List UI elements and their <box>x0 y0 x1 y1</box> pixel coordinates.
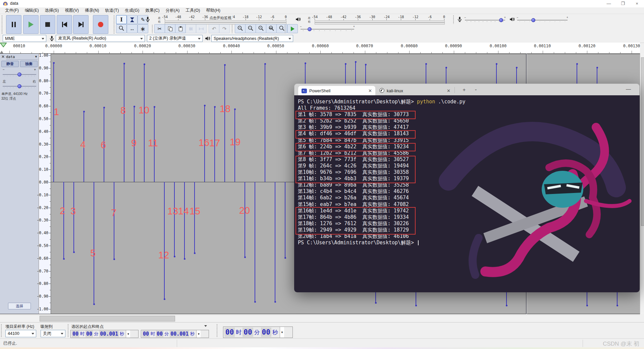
undo-button[interactable]: ↶ <box>209 24 219 33</box>
selection-end-field[interactable]: 00时 00分 00.001秒 ▼ <box>141 330 209 338</box>
horizontal-scrollbar-thumb[interactable] <box>40 316 175 321</box>
menu-item[interactable]: 生成(G) <box>122 8 142 13</box>
menu-item[interactable]: 工具(O) <box>182 8 203 13</box>
svg-text:▪: ▪ <box>260 26 261 29</box>
multi-tool-button[interactable]: ∗ <box>138 24 148 33</box>
toolbar-grip[interactable] <box>284 24 286 33</box>
menu-item[interactable]: 选择(S) <box>42 8 62 13</box>
play-button[interactable] <box>23 15 39 34</box>
menu-item[interactable]: 轨道(T) <box>102 8 122 13</box>
tab-powershell[interactable]: >_ PowerShell ✕ <box>298 86 375 96</box>
spinner-icon[interactable]: ▼ <box>196 330 201 338</box>
output-device-select[interactable]: Speakers/Headphones (Realtek(R) <box>211 35 293 42</box>
menu-item[interactable]: 视图(V) <box>62 8 82 13</box>
zoom-tool-button[interactable] <box>116 24 127 33</box>
menu-item[interactable]: 文件(F) <box>2 8 22 13</box>
skip-to-start-button[interactable] <box>57 15 72 34</box>
input-channels-select[interactable]: 2 (立体声) 录制声道 <box>147 35 203 42</box>
new-tab-button[interactable]: ＋ <box>462 87 467 93</box>
selection-tool-button[interactable]: I <box>116 15 127 24</box>
horizontal-scrollbar[interactable] <box>0 315 640 322</box>
silence-audio-button[interactable] <box>196 24 207 33</box>
timeline-ruler[interactable]: 000100.000000.000100.000200.000300.00040… <box>0 43 640 54</box>
slider-thumb[interactable] <box>17 84 21 88</box>
stop-button[interactable] <box>40 15 55 34</box>
fit-project-button[interactable]: ▬ <box>266 24 277 33</box>
slider-thumb[interactable] <box>17 72 21 77</box>
playback-volume-slider[interactable]: −+ <box>517 18 568 22</box>
audio-host-select[interactable]: MME <box>3 35 46 42</box>
spinner-icon[interactable]: ▼ <box>126 330 130 338</box>
toolbar-grip[interactable] <box>113 15 115 34</box>
gain-slider[interactable] <box>3 72 36 77</box>
input-device-select[interactable]: 麦克风 (Realtek(R) Audio) <box>56 35 145 42</box>
track-close-icon[interactable]: ✕ <box>1 54 5 59</box>
tab-dropdown-icon[interactable]: ⌄ <box>474 87 477 91</box>
cut-button[interactable]: ✂ <box>154 24 165 33</box>
slider-thumb[interactable] <box>499 18 503 22</box>
tab-kali-linux[interactable]: kali-linux ✕ <box>376 86 454 96</box>
meter-monitor-overlay[interactable]: 点击开始监视 <box>208 15 232 20</box>
ruler-label: 0.80 <box>39 79 48 83</box>
redo-button[interactable]: ↷ <box>219 24 230 33</box>
pan-slider[interactable] <box>3 84 36 89</box>
play-position-marker <box>0 49 640 54</box>
record-button[interactable] <box>93 15 108 34</box>
maximize-button[interactable]: ❐ <box>616 0 630 7</box>
spinner-icon[interactable]: ▼ <box>280 327 284 338</box>
menu-item[interactable]: 分析(A) <box>163 8 183 13</box>
selection-range-type-dropdown[interactable]: 选区的起点和终点 <box>71 324 208 329</box>
zoom-out-button[interactable]: − <box>245 24 256 33</box>
ruler-label: -0.60 <box>37 256 48 261</box>
audio-position-field[interactable]: 00时 00分 00秒 ▼ <box>223 327 293 338</box>
snap-to-select[interactable]: 关闭 <box>41 330 65 337</box>
envelope-tool-button[interactable] <box>127 15 138 24</box>
pause-button[interactable] <box>6 15 21 34</box>
play-speed-slider[interactable]: −+ <box>301 27 354 32</box>
playback-meter[interactable]: 左右-54-48-42-36-30-24-18-12-60 <box>303 15 450 24</box>
timeshift-tool-button[interactable]: ↔ <box>127 24 138 33</box>
menu-item[interactable]: 播录(N) <box>82 8 102 13</box>
toolbar-grip[interactable] <box>1 324 2 337</box>
terminal-content[interactable]: PS C:\Users\Administrator\Desktop\解题> py… <box>294 95 640 292</box>
toolbar-grip[interactable] <box>453 15 454 24</box>
timeline-label: 0.00100 <box>490 44 507 48</box>
record-meter-mic-icon[interactable] <box>145 16 151 23</box>
close-button[interactable]: × <box>630 0 644 7</box>
project-rate-select[interactable]: 44100 <box>5 330 36 337</box>
vertical-scale-ruler[interactable]: 1.000.900.800.700.600.500.400.300.200.10… <box>39 53 51 314</box>
paste-button[interactable] <box>175 24 186 33</box>
copy-button[interactable] <box>165 24 175 33</box>
playback-meter-speaker-icon[interactable] <box>295 16 301 23</box>
zoom-in-button[interactable]: + <box>235 24 246 33</box>
record-volume-slider[interactable]: −+ <box>465 18 505 22</box>
tab-close-icon[interactable]: ✕ <box>447 88 450 93</box>
track-name-menu[interactable]: data ▼ <box>6 54 38 60</box>
minimize-button[interactable]: — <box>602 0 616 7</box>
menu-item[interactable]: 帮助(H) <box>203 8 223 13</box>
vertical-scrollbar[interactable] <box>640 53 644 314</box>
toolbar-grip[interactable] <box>1 15 3 34</box>
ruler-label: -0.90 <box>37 294 48 299</box>
toolbar-grip[interactable] <box>67 324 69 337</box>
meter-tick-label: -18 <box>398 15 404 19</box>
mute-button[interactable]: 静音 <box>1 61 19 67</box>
slider-thumb[interactable] <box>531 18 535 22</box>
fit-selection-button[interactable]: ▪ <box>256 24 266 33</box>
toolbar-grip[interactable] <box>152 24 153 33</box>
skip-to-end-button[interactable] <box>73 15 89 34</box>
play-at-speed-button[interactable] <box>287 24 298 33</box>
toolbar-grip[interactable] <box>231 24 233 33</box>
menu-item[interactable]: 编辑(E) <box>22 8 42 13</box>
track-select-button[interactable]: 选择 <box>8 303 31 309</box>
tab-close-icon[interactable]: ✕ <box>368 88 372 93</box>
vertical-scrollbar-thumb[interactable] <box>641 57 644 226</box>
meter-tick-label: -6 <box>270 15 274 19</box>
solo-button[interactable]: 独奏 <box>20 61 38 67</box>
toolbar-grip[interactable] <box>216 324 218 337</box>
trim-audio-button[interactable] <box>185 24 196 33</box>
recording-meter[interactable]: 左右-54-48-42-36-30-24-18-12-60点击开始监视 <box>153 15 292 24</box>
menu-item[interactable]: 效果(C) <box>142 8 162 13</box>
selection-start-field[interactable]: 00时 00分 00.001秒 ▼ <box>70 330 139 338</box>
terminal-minimize-button[interactable]: — <box>626 86 631 92</box>
